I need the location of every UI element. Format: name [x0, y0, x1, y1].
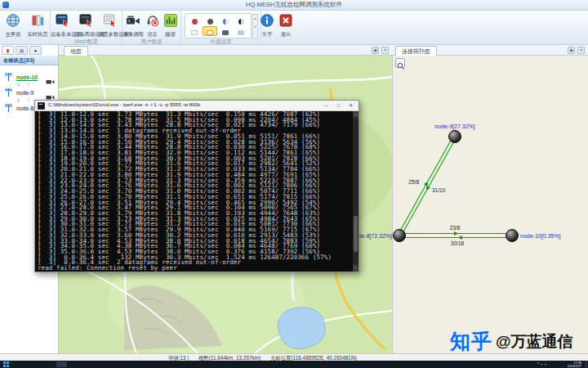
magnifier-icon [397, 62, 405, 70]
theme-swatch[interactable] [218, 16, 233, 25]
cmd-title-bar[interactable]: C:\Windows\system32\cmd.exe - iperf.exe … [35, 101, 359, 111]
scroll-up-arrow[interactable]: ▲ [353, 111, 359, 118]
map-panel-pin-button[interactable]: ▣ [372, 47, 379, 54]
minimize-button[interactable]: ─ [320, 101, 332, 110]
taskbar-icon[interactable] [84, 361, 95, 367]
taskbar-icon[interactable] [98, 361, 109, 367]
button-label: 录像调阅 [122, 31, 144, 37]
tab-topology[interactable]: 连接拓扑图 [395, 46, 437, 56]
camera-tab-icon: ● [34, 48, 38, 53]
exit-icon [278, 13, 293, 28]
zoom-level-text: 等级:13 | [168, 355, 189, 361]
ribbon-group-mesh-config: 设备基本设置 设备高级设置 调度参数设置 Mesh配置 [51, 11, 122, 45]
status-bar: 等级:13 | 视野(11.644km, 13.267km) 光标位置(116.… [0, 353, 588, 361]
maximize-button[interactable]: □ [332, 101, 345, 110]
cmd-scrollbar[interactable]: ▲ ▼ [353, 111, 359, 272]
taskbar-icon[interactable] [29, 361, 39, 367]
ribbon-group-main: 主界面 实时状态 [0, 11, 51, 45]
map-panel-close-button[interactable]: ✕ [381, 47, 389, 54]
device-advanced-settings-button[interactable]: 设备高级设置 [74, 12, 99, 38]
watermark: 知乎 @万蓝通信 [450, 326, 587, 353]
node-name: node-10 [16, 74, 38, 80]
theme-swatch[interactable] [187, 26, 202, 36]
info-icon [260, 13, 274, 28]
theme-swatch[interactable] [203, 16, 217, 25]
map-panel-header: 地图 ▣ ✕ [59, 45, 392, 56]
exit-button[interactable]: 退出 [276, 12, 296, 38]
topology-panel-header: 连接拓扑图 ▣ ✕ [392, 45, 588, 56]
camera-icon[interactable] [46, 88, 55, 94]
headset-muted-icon [145, 13, 160, 28]
ribbon-group-system: 关于 退出 [261, 11, 299, 45]
cmd-window[interactable]: C:\Windows\system32\cmd.exe - iperf.exe … [34, 100, 359, 272]
node-name: node-9 [16, 90, 33, 96]
close-button[interactable]: ✕ [345, 101, 357, 110]
scroll-thumb[interactable] [354, 216, 358, 252]
video-review-button[interactable]: 录像调阅 [122, 12, 144, 38]
node-list-item[interactable]: R:T: node-9 [0, 83, 58, 98]
taskbar-icon[interactable] [126, 361, 136, 367]
image-tab-icon: ▦ [20, 48, 24, 53]
topology-zoom-button[interactable] [395, 58, 405, 68]
cmd-output-area[interactable]: [ 3] 11.0-12.0 sec 3.73 MBytes 31.3 Mbit… [35, 111, 359, 272]
about-button[interactable]: 关于 [257, 12, 277, 38]
button-label: 频谱 [161, 31, 180, 37]
start-button[interactable] [3, 361, 9, 367]
tray-icons[interactable]: ^▪▪ [537, 362, 549, 366]
taskbar-icon[interactable] [154, 361, 164, 367]
theme-swatch-selected[interactable] [203, 26, 217, 36]
button-label: 设备高级设置 [74, 31, 99, 37]
zhihu-logo: 知乎 [450, 329, 492, 353]
ribbon-group-label: 用户数据 [122, 38, 180, 45]
taskbar-icon[interactable] [167, 361, 178, 367]
tab-map[interactable]: 地图 [64, 46, 88, 56]
taskbar-icon[interactable] [112, 361, 122, 367]
theme-swatch[interactable] [234, 16, 248, 25]
ribbon-toolbar: 主界面 实时状态 设备基本设置 设备高级设置 [0, 11, 588, 45]
realtime-status-button[interactable]: 实时状态 [25, 12, 50, 38]
button-label: 关于 [257, 31, 277, 37]
cmd-icon [38, 102, 45, 110]
online-status-header: 在线状态(3/3) [0, 56, 58, 65]
ribbon-group-user-data: 录像调阅 语音 频谱 用户数据 [122, 11, 181, 45]
device-basic-settings-icon [56, 13, 70, 28]
taskbar-clock[interactable]: 17:38 2024/2/27 [568, 361, 581, 368]
button-label: 调度参数设置 [98, 31, 122, 37]
sidebar-tab-image[interactable]: ▦ [16, 46, 28, 55]
view-extent-text: 视野(11.644km, 13.267km) [198, 355, 261, 361]
voice-button[interactable]: 语音 [143, 12, 162, 38]
device-basic-settings-button[interactable]: 设备基本设置 [51, 12, 75, 38]
topology-panel-pin-button[interactable]: ▣ [568, 47, 575, 54]
watermark-handle: @万蓝通信 [496, 330, 573, 353]
taskbar-icon[interactable] [70, 361, 81, 367]
taskbar-icon[interactable] [42, 361, 53, 367]
theme-swatch[interactable] [234, 26, 248, 36]
theme-swatch[interactable] [187, 16, 202, 25]
theme-swatch[interactable] [218, 26, 233, 36]
signal-tab-icon: ▮ [7, 48, 9, 53]
dispatch-params-button[interactable]: 调度参数设置 [98, 12, 122, 38]
sidebar-tab-status[interactable]: ▮ [2, 46, 14, 55]
node-list-item[interactable]: node-10 [0, 67, 58, 83]
spectrum-button[interactable]: 频谱 [161, 12, 180, 38]
button-label: 语音 [143, 31, 162, 37]
taskbar-icon[interactable] [15, 361, 25, 367]
cmd-title: C:\Windows\system32\cmd.exe - iperf.exe … [48, 101, 316, 107]
ribbon-group-appearance: ▲▼ 外观设置 [181, 11, 261, 45]
topology-panel-close-button[interactable]: ✕ [577, 47, 585, 54]
realtime-status-icon [30, 13, 45, 28]
taskbar-icon[interactable] [140, 361, 150, 367]
video-camera-icon [126, 13, 140, 28]
camera-icon[interactable] [46, 73, 55, 79]
clock-date: 2024/2/27 [568, 364, 581, 368]
topology-canvas[interactable] [392, 56, 588, 353]
node-name: node-8 [16, 105, 33, 111]
main-view-button[interactable]: 主界面 [1, 12, 25, 38]
ribbon-group-label: Mesh配置 [51, 38, 122, 45]
button-label: 实时状态 [25, 31, 50, 37]
scroll-down-arrow[interactable]: ▼ [353, 265, 359, 272]
sidebar-tab-camera[interactable]: ● [29, 46, 42, 55]
antenna-icon [3, 101, 14, 111]
taskbar-icon-active[interactable] [56, 361, 67, 367]
button-label: 主界面 [1, 31, 25, 37]
